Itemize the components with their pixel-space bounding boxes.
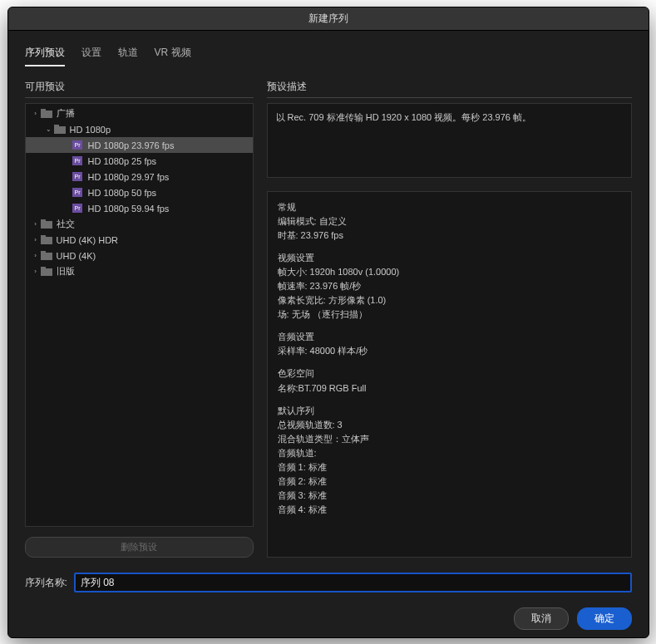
folder-icon [41,109,52,118]
detail-line: 默认序列 [278,404,621,418]
new-sequence-dialog: 新建序列 序列预设 设置 轨道 VR 视频 可用预设 › 广播 ⌄ [7,7,649,638]
tree-folder-uhd-hdr[interactable]: › UHD (4K) HDR [26,232,253,248]
preset-tree[interactable]: › 广播 ⌄ HD 1080p Pr HD 1080p 23.976 fps [25,103,254,527]
tabs: 序列预设 设置 轨道 VR 视频 [25,42,632,73]
svg-rect-1 [41,109,46,111]
detail-line: 音频轨道: [278,446,621,460]
folder-icon [41,267,52,276]
chevron-right-icon: › [31,268,41,275]
preset-description-header: 预设描述 [267,80,632,98]
svg-rect-15 [41,219,46,222]
cancel-button[interactable]: 取消 [514,607,569,630]
columns: 可用预设 › 广播 ⌄ HD 1080p Pr [25,80,632,558]
preset-hd1080p-25[interactable]: Pr HD 1080p 25 fps [26,153,253,169]
left-column: 可用预设 › 广播 ⌄ HD 1080p Pr [25,80,254,558]
folder-icon [41,235,52,244]
tab-presets[interactable]: 序列预设 [25,46,65,66]
titlebar: 新建序列 [8,7,649,31]
detail-line: 混合轨道类型：立体声 [278,432,621,446]
chevron-right-icon: › [31,110,41,117]
tree-folder-hd1080p[interactable]: ⌄ HD 1080p [26,121,253,137]
folder-icon [41,219,52,229]
detail-line: 像素长宽比: 方形像素 (1.0) [278,293,621,307]
tree-label: HD 1080p 29.97 fps [88,172,170,182]
dialog-content: 序列预设 设置 轨道 VR 视频 可用预设 › 广播 ⌄ HD 1080p [8,31,649,638]
svg-text:Pr: Pr [74,205,81,211]
tab-tracks[interactable]: 轨道 [118,46,138,66]
ok-button[interactable]: 确定 [577,607,632,630]
detail-line: 编辑模式: 自定义 [278,214,621,229]
svg-text:Pr: Pr [74,174,81,179]
svg-rect-0 [41,111,52,118]
svg-rect-3 [54,125,59,127]
detail-line: 音频 4: 标准 [278,503,621,517]
tree-label: 旧版 [57,265,75,278]
detail-line: 音频 1: 标准 [278,460,621,474]
svg-rect-17 [41,235,46,238]
chevron-right-icon: › [31,220,41,228]
preset-hd1080p-2997[interactable]: Pr HD 1080p 29.97 fps [26,169,253,184]
preset-icon: Pr [72,156,84,165]
tab-vr[interactable]: VR 视频 [155,46,191,66]
svg-text:Pr: Pr [74,189,81,195]
tree-label: HD 1080p [70,125,111,135]
preset-hd1080p-50[interactable]: Pr HD 1080p 50 fps [26,184,253,200]
detail-line: 帧大小: 1920h 1080v (1.0000) [278,265,621,279]
preset-icon: Pr [72,188,84,197]
folder-icon [54,125,66,134]
preset-description-text: 以 Rec. 709 标准传输 HD 1920 x 1080 视频。每秒 23.… [267,103,632,178]
tree-folder-legacy[interactable]: › 旧版 [26,263,253,279]
svg-rect-2 [54,126,66,134]
preset-hd1080p-5994[interactable]: Pr HD 1080p 59.94 fps [26,200,253,216]
preset-icon: Pr [72,172,84,181]
svg-text:Pr: Pr [74,158,81,164]
svg-text:Pr: Pr [74,142,81,148]
preset-icon: Pr [72,140,84,150]
tree-folder-social[interactable]: › 社交 [26,216,253,232]
detail-line: 采样率: 48000 样本/秒 [278,344,621,358]
svg-rect-19 [41,251,46,253]
tab-settings[interactable]: 设置 [81,46,101,66]
window-title: 新建序列 [308,12,348,26]
tree-label: UHD (4K) [57,251,96,261]
detail-line: 音频 3: 标准 [278,489,621,503]
preset-hd1080p-23976[interactable]: Pr HD 1080p 23.976 fps [26,137,253,153]
detail-line: 总视频轨道数: 3 [278,418,621,432]
tree-label: HD 1080p 50 fps [88,188,157,198]
preset-icon: Pr [72,204,84,213]
tree-label: HD 1080p 25 fps [88,156,157,166]
tree-folder-broadcast[interactable]: › 广播 [26,106,253,121]
tree-label: HD 1080p 59.94 fps [88,204,170,214]
tree-label: HD 1080p 23.976 fps [88,140,175,150]
detail-line: 场: 无场 （逐行扫描） [278,307,621,322]
detail-line: 帧速率: 23.976 帧/秒 [278,279,621,293]
svg-rect-21 [41,267,46,269]
sequence-name-row: 序列名称: [25,573,632,592]
detail-line: 时基: 23.976 fps [278,229,621,243]
detail-line: 色彩空间 [278,366,621,381]
available-presets-header: 可用预设 [25,80,254,98]
preset-details: 常规 编辑模式: 自定义 时基: 23.976 fps 视频设置 帧大小: 19… [267,191,632,558]
chevron-right-icon: › [31,236,41,243]
detail-line: 音频 2: 标准 [278,474,621,489]
detail-line: 常规 [278,200,621,214]
delete-preset-button: 删除预设 [25,537,254,558]
svg-rect-20 [41,268,52,276]
dialog-footer: 取消 确定 [25,607,632,630]
detail-line: 音频设置 [278,330,621,344]
folder-icon [41,251,52,260]
tree-folder-uhd[interactable]: › UHD (4K) [26,248,253,263]
detail-line: 视频设置 [278,251,621,265]
sequence-name-label: 序列名称: [25,576,67,590]
svg-rect-18 [41,253,52,260]
svg-rect-14 [41,221,52,229]
svg-rect-16 [41,237,52,244]
right-column: 预设描述 以 Rec. 709 标准传输 HD 1920 x 1080 视频。每… [267,80,632,558]
detail-line: 名称:BT.709 RGB Full [278,381,621,396]
chevron-down-icon: ⌄ [44,125,54,133]
tree-label: 社交 [57,218,75,230]
chevron-right-icon: › [31,252,41,259]
sequence-name-input[interactable] [74,573,632,592]
tree-label: 广播 [57,107,75,120]
tree-label: UHD (4K) HDR [57,235,119,245]
